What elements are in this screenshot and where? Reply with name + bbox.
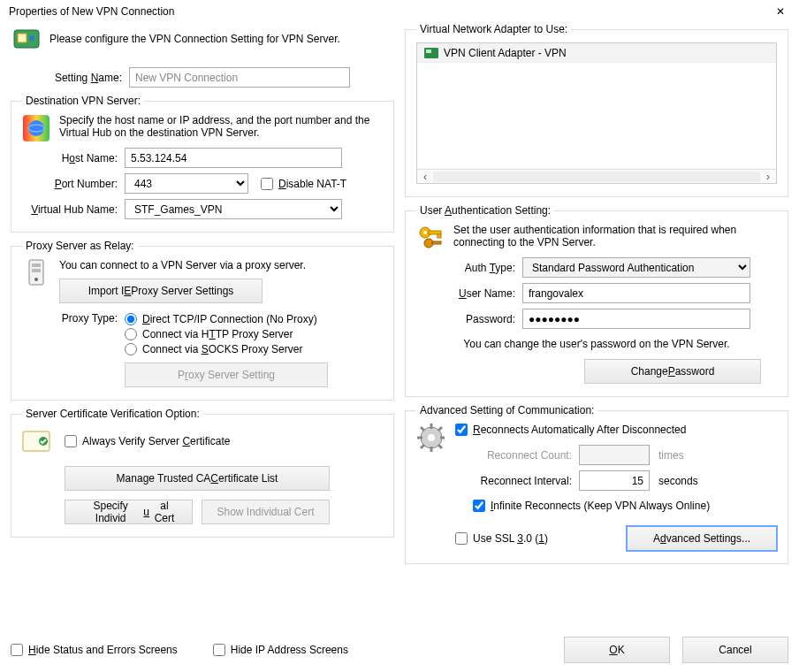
- password-input[interactable]: [522, 309, 750, 329]
- svg-point-15: [423, 231, 427, 234]
- close-icon[interactable]: ✕: [771, 5, 790, 18]
- advanced-group: Advanced Setting of Communication: Recon…: [405, 404, 788, 564]
- svg-rect-13: [426, 50, 431, 53]
- globe-icon: [22, 114, 50, 142]
- hide-status-checkbox[interactable]: Hide Status and Errors Screens: [11, 644, 178, 656]
- adapter-legend: Virtual Network Adapter to Use:: [416, 23, 571, 35]
- svg-line-28: [438, 427, 442, 431]
- svg-point-9: [34, 278, 38, 281]
- disable-natt-checkbox[interactable]: Disable NAT-T: [261, 178, 346, 190]
- proxy-legend: Proxy Server as Relay:: [22, 240, 138, 252]
- auth-desc: Set the user authentication information …: [453, 224, 777, 248]
- key-icon: [416, 224, 445, 252]
- svg-line-27: [438, 445, 442, 448]
- ok-button[interactable]: OK: [564, 637, 670, 663]
- proxy-socks-radio[interactable]: Connect via SOCKS Proxy Server: [125, 343, 383, 355]
- gear-icon: [416, 424, 445, 452]
- proxy-desc: You can connect to a VPN Server via a pr…: [59, 259, 383, 271]
- change-password-button[interactable]: Change Password: [584, 359, 761, 384]
- svg-point-2: [29, 35, 34, 41]
- dest-group: Destination VPN Server: Specify the host…: [11, 95, 394, 233]
- import-ie-button[interactable]: Import IE Proxy Server Settings: [59, 279, 263, 303]
- adapter-scrollbar[interactable]: ‹ ›: [417, 169, 776, 183]
- reconnect-count-label: Reconnect Count:: [455, 449, 579, 462]
- svg-point-21: [428, 434, 435, 441]
- reconnect-interval-label: Reconnect Interval:: [455, 475, 579, 487]
- reconnect-interval-unit: seconds: [658, 475, 698, 487]
- window-title: Properties of New VPN Connection: [9, 5, 174, 18]
- auth-legend: User Authentication Setting:: [416, 204, 554, 217]
- svg-line-26: [421, 427, 424, 431]
- host-label: Host Name:: [22, 152, 125, 164]
- proxy-type-label: Proxy Type:: [22, 310, 125, 325]
- show-cert-button: Show Individual Cert: [202, 500, 330, 524]
- setting-name-label: Setting Name:: [44, 72, 129, 84]
- cert-group: Server Certificate Verification Option: …: [11, 408, 394, 538]
- svg-rect-19: [432, 241, 441, 244]
- app-icon: [12, 25, 41, 53]
- proxy-http-radio[interactable]: Connect via HTTP Proxy Server: [125, 328, 383, 340]
- advanced-legend: Advanced Setting of Communication:: [416, 404, 597, 416]
- adapter-item-label: VPN Client Adapter - VPN: [444, 47, 567, 59]
- svg-point-4: [28, 120, 44, 136]
- proxy-setting-button: Proxy Server Setting: [125, 363, 328, 387]
- password-label: Password:: [416, 313, 522, 325]
- specify-cert-button[interactable]: Specify Individual Cert: [65, 500, 193, 524]
- svg-rect-1: [18, 34, 27, 42]
- tower-icon: [22, 259, 50, 287]
- adapter-list-item[interactable]: VPN Client Adapter - VPN: [417, 43, 776, 63]
- user-name-input[interactable]: [522, 283, 750, 303]
- hub-label: Virtual Hub Name:: [22, 203, 125, 216]
- ssl3-checkbox[interactable]: Use SSL 3.0 (1): [455, 532, 548, 545]
- port-label: Port Number:: [22, 178, 125, 190]
- svg-rect-7: [32, 263, 41, 267]
- scroll-right-icon[interactable]: ›: [760, 171, 776, 183]
- hub-select[interactable]: STF_Games_VPN: [125, 199, 342, 219]
- adapter-list[interactable]: VPN Client Adapter - VPN ‹ ›: [416, 42, 777, 184]
- nic-icon: [424, 48, 438, 58]
- auth-type-select[interactable]: Standard Password Authentication: [522, 257, 750, 278]
- user-name-label: User Name:: [416, 287, 522, 300]
- reconnect-count-input: [579, 445, 650, 465]
- reconnect-interval-input[interactable]: [579, 470, 650, 491]
- dest-legend: Destination VPN Server:: [22, 95, 144, 107]
- password-hint: You can change the user's password on th…: [416, 338, 777, 350]
- setting-name-input[interactable]: [129, 67, 350, 88]
- cert-icon: [22, 427, 50, 455]
- proxy-group: Proxy Server as Relay: You can connect t…: [11, 240, 394, 401]
- svg-rect-16: [429, 231, 441, 234]
- auth-group: User Authentication Setting: Set the use…: [405, 204, 788, 397]
- proxy-direct-radio[interactable]: Direct TCP/IP Connection (No Proxy): [125, 313, 383, 325]
- auto-reconnect-checkbox[interactable]: Reconnects Automatically After Disconnec…: [455, 424, 777, 436]
- always-verify-checkbox[interactable]: Always Verify Server Certificate: [65, 435, 230, 447]
- cert-legend: Server Certificate Verification Option:: [22, 408, 203, 420]
- svg-rect-8: [32, 269, 41, 272]
- advanced-settings-button[interactable]: Advanced Settings...: [627, 526, 777, 551]
- hide-ip-checkbox[interactable]: Hide IP Address Screens: [213, 644, 348, 656]
- dest-desc: Specify the host name or IP address, and…: [59, 114, 383, 139]
- host-input[interactable]: [125, 148, 342, 168]
- adapter-group: Virtual Network Adapter to Use: VPN Clie…: [405, 23, 788, 197]
- infinite-reconnect-checkbox[interactable]: Infinite Reconnects (Keep VPN Always Onl…: [473, 500, 777, 512]
- auth-type-label: Auth Type:: [416, 262, 522, 274]
- manage-ca-button[interactable]: Manage Trusted CA Certificate List: [65, 466, 330, 491]
- svg-rect-17: [438, 234, 441, 238]
- svg-line-29: [421, 445, 424, 448]
- reconnect-count-unit: times: [658, 449, 684, 462]
- scroll-left-icon[interactable]: ‹: [417, 171, 433, 183]
- port-select[interactable]: 443: [125, 173, 248, 194]
- cancel-button[interactable]: Cancel: [682, 637, 788, 663]
- intro-text: Please configure the VPN Connection Sett…: [49, 33, 340, 45]
